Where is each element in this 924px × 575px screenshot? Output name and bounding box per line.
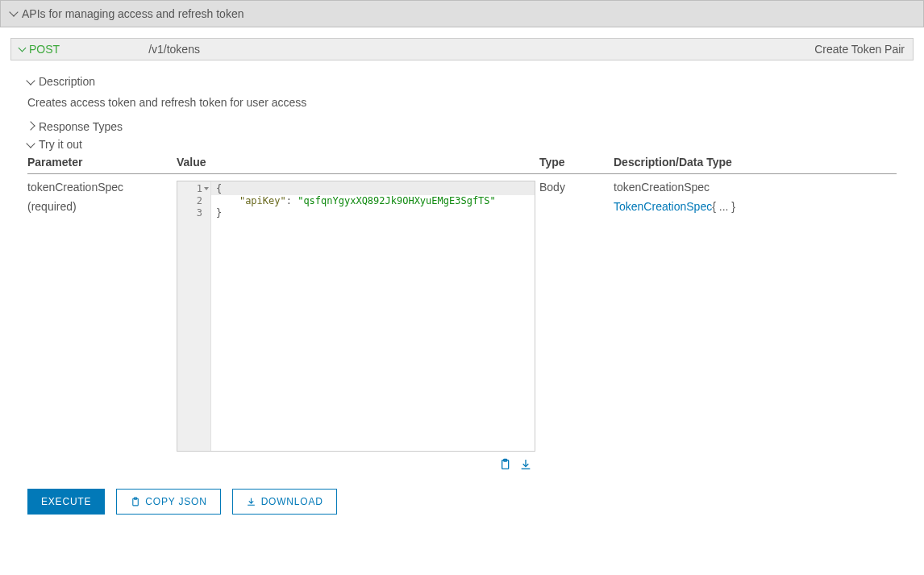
description-heading: Description: [39, 75, 95, 88]
endpoint-path: /v1/tokens: [148, 43, 200, 56]
execute-button[interactable]: EXECUTE: [27, 489, 105, 515]
editor-code[interactable]: { "apiKey": "qsfqnYgyxXQ892Jk9OHXyuEMgE3…: [211, 181, 535, 451]
param-required: (required): [27, 200, 177, 213]
line-number: 3: [182, 207, 202, 219]
code-key: "apiKey": [239, 195, 286, 206]
copy-json-button[interactable]: COPY JSON: [116, 489, 220, 515]
response-types-heading: Response Types: [39, 120, 123, 133]
section-header[interactable]: APIs for managing access and refresh tok…: [0, 0, 924, 27]
param-desc-name: tokenCreationSpec: [614, 181, 897, 194]
code-value: "qsfqnYgyxXQ892Jk9OHXyuEMgE3SgfTS": [298, 195, 496, 206]
description-toggle[interactable]: Description: [27, 75, 897, 88]
endpoint-row[interactable]: POST /v1/tokens Create Token Pair: [10, 38, 914, 60]
execute-label: EXECUTE: [41, 496, 91, 507]
download-icon: [246, 497, 256, 507]
chevron-down-icon: [9, 7, 18, 16]
fold-caret-icon[interactable]: [204, 187, 209, 190]
chevron-right-icon: [26, 121, 35, 130]
action-buttons: EXECUTE COPY JSON DOWNLOAD: [27, 489, 897, 515]
param-type: Body: [539, 174, 614, 472]
try-it-out-heading: Try it out: [39, 138, 82, 151]
try-it-out-toggle[interactable]: Try it out: [27, 138, 897, 151]
code-colon: :: [286, 195, 298, 206]
section-title: APIs for managing access and refresh tok…: [22, 7, 243, 20]
editor-gutter: 1 2 3: [177, 181, 211, 451]
table-row: tokenCreationSpec (required) 1 2 3 { "ap…: [27, 174, 897, 472]
data-type-link[interactable]: TokenCreationSpec: [614, 200, 712, 213]
download-icon[interactable]: [519, 458, 532, 471]
download-label: DOWNLOAD: [261, 496, 323, 507]
clipboard-icon: [130, 497, 140, 507]
endpoint-body: Description Creates access token and ref…: [0, 60, 924, 524]
col-header-desc: Description/Data Type: [614, 156, 897, 174]
clipboard-icon[interactable]: [498, 458, 511, 471]
download-button[interactable]: DOWNLOAD: [232, 489, 337, 515]
line-number: 2: [182, 195, 202, 207]
param-name: tokenCreationSpec: [27, 181, 177, 194]
col-header-parameter: Parameter: [27, 156, 177, 174]
col-header-type: Type: [539, 156, 614, 174]
chevron-down-icon: [26, 76, 35, 85]
code-brace: {: [216, 183, 222, 194]
code-editor[interactable]: 1 2 3 { "apiKey": "qsfqnYgyxXQ892Jk9OHXy…: [177, 181, 535, 452]
data-type-suffix: { ... }: [712, 200, 735, 213]
line-number: 1: [197, 183, 202, 194]
copy-json-label: COPY JSON: [145, 496, 206, 507]
col-header-value: Value: [177, 156, 539, 174]
endpoint-title: Create Token Pair: [814, 43, 905, 56]
response-types-toggle[interactable]: Response Types: [27, 120, 897, 133]
editor-actions: [177, 452, 535, 471]
chevron-down-icon: [26, 139, 35, 148]
chevron-down-icon: [19, 44, 27, 52]
code-brace: }: [216, 207, 222, 219]
parameters-table: Parameter Value Type Description/Data Ty…: [27, 156, 897, 471]
description-text: Creates access token and refresh token f…: [27, 96, 897, 109]
http-method: POST: [29, 43, 60, 56]
